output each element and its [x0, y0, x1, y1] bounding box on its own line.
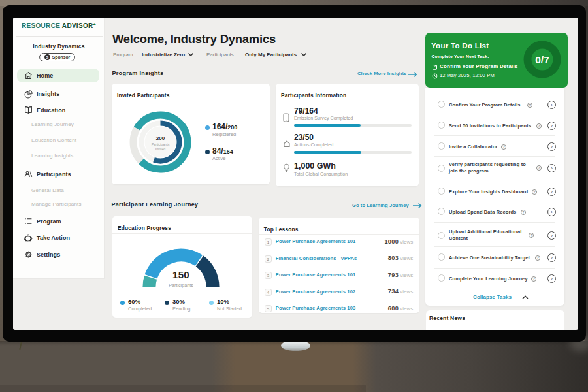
svg-text:Invited: Invited: [155, 147, 166, 151]
svg-text:Participants: Participants: [152, 142, 170, 146]
svg-text:0/7: 0/7: [535, 54, 549, 65]
svg-text:200: 200: [156, 135, 165, 141]
